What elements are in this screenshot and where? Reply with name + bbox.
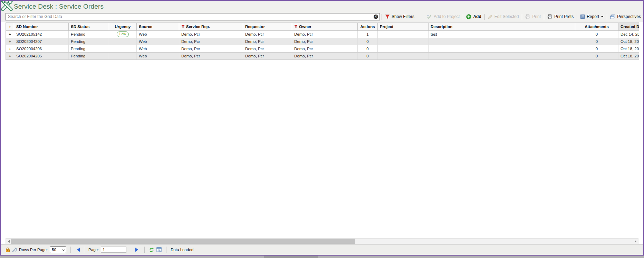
column-header-owner[interactable]: Owner [292,23,358,31]
row-expand-button[interactable]: + [6,53,14,60]
scrollbar-thumb[interactable] [11,239,355,244]
search-wrap: ✕ [6,13,380,20]
show-filters-button[interactable]: Show Filters [384,14,416,19]
cell-source: Web [137,31,179,38]
cell-source: Web [137,45,179,53]
cell-project [378,31,429,38]
report-button[interactable]: Report [579,14,605,19]
column-header-created_date[interactable]: Created Date [618,23,639,31]
cell-sd_number: SO202004207 [14,38,69,45]
cell-urgency [109,45,137,53]
status-bar: Rows Per Page: 50 Page: [1,244,643,255]
column-header-service_rep[interactable]: Service Rep. [179,23,243,31]
printer-icon [525,14,530,19]
toolbar-divider [484,14,485,20]
print-button[interactable]: Print [524,14,542,19]
title-bar: Service Desk : Service Orders [1,1,643,12]
column-header-requestor[interactable]: Requestor [243,23,292,31]
cell-requestor: Demo, Pcr [243,45,292,53]
toolbar-divider [382,14,382,20]
clear-icon[interactable]: ✕ [374,15,378,19]
search-input[interactable] [6,13,380,20]
page-input[interactable] [101,247,126,253]
service-orders-table: +SD NumberSD StatusUrgencySourceService … [6,22,639,60]
cell-requestor: Demo, Pcr [243,31,292,38]
row-expand-button[interactable]: + [6,45,14,53]
cell-created_date: Oct 18, 2019 [618,38,639,45]
table-row[interactable]: +SO202004207PendingWebDemo, PcrDemo, Pcr… [6,38,639,45]
toolbar-divider [544,14,544,20]
rows-per-page-select[interactable]: 50 [50,246,66,253]
table-row[interactable]: +SO202105142PendingLowWebDemo, PcrDemo, … [6,31,639,38]
toolbar-divider [577,14,577,20]
cell-description [429,45,575,53]
filter-funnel-icon [294,25,298,28]
toolbar-divider [463,14,463,20]
cell-created_date: Dec 14, 2021 [618,31,639,38]
cell-created_date: Oct 18, 2019 [618,53,639,60]
scroll-right-arrow-icon[interactable] [633,239,638,244]
add-to-project-button[interactable]: Add to Project [425,14,461,19]
cell-requestor: Demo, Pcr [243,53,292,60]
table-header-row: +SD NumberSD StatusUrgencySourceService … [6,23,639,31]
cell-sd_number: SO202004206 [14,45,69,53]
cell-actions: 0 [358,45,378,53]
cell-attachments: 0 [575,45,618,53]
refresh-icon[interactable] [149,247,154,252]
report-icon [580,14,585,19]
table-row[interactable]: +SO202004205PendingWebDemo, PcrDemo, Pcr… [6,53,639,60]
prev-page-button[interactable] [75,248,80,252]
column-header-expander[interactable]: + [6,23,14,31]
edit-selected-button[interactable]: Edit Selected [487,14,520,19]
plus-circle-icon [466,14,471,19]
row-expand-button[interactable]: + [6,31,14,38]
urgency-badge: Low [117,31,129,37]
row-expand-button[interactable]: + [6,38,14,45]
toolbar-divider [522,14,522,20]
cell-source: Web [137,38,179,45]
add-to-project-icon [427,14,432,19]
lock-icon[interactable] [6,247,10,252]
column-header-sd_status[interactable]: SD Status [69,23,109,31]
cell-attachments: 0 [575,31,618,38]
table-row[interactable]: +SO202004206PendingWebDemo, PcrDemo, Pcr… [6,45,639,53]
page-label: Page: [88,248,99,252]
rows-per-page-label: Rows Per Page: [19,248,48,252]
wrench-icon[interactable] [12,247,17,252]
cell-actions: 0 [358,53,378,60]
app-window: Service Desk : Service Orders ✕ Show Fil… [0,0,644,256]
column-header-project[interactable]: Project [378,23,429,31]
perspectives-button[interactable]: Perspectives [609,14,644,19]
grid-clip: +SD NumberSD StatusUrgencySourceService … [6,22,639,60]
cell-project [378,53,429,60]
column-header-attachments[interactable]: Attachments [575,23,618,31]
column-header-urgency[interactable]: Urgency [109,23,137,31]
cell-urgency [109,53,137,60]
column-header-description[interactable]: Description [429,23,575,31]
print-prefs-button[interactable]: Print Prefs [546,14,575,19]
cell-urgency: Low [109,31,137,38]
cell-service_rep: Demo, Pcr [179,31,243,38]
cell-sd_status: Pending [69,45,109,53]
column-header-actions[interactable]: Actions [358,23,378,31]
filter-funnel-icon [385,15,390,19]
grid-horizontal-scrollbar[interactable] [6,238,638,244]
browser-horizontal-scrollbar[interactable] [0,256,644,258]
column-header-source[interactable]: Source [137,23,179,31]
crossed-tools-icon [1,0,13,12]
scroll-left-arrow-icon[interactable] [6,239,11,244]
printer-icon [547,14,552,19]
toolbar-divider [607,14,607,20]
cell-sd_status: Pending [69,53,109,60]
cell-owner: Demo, Pcr [292,53,358,60]
cell-sd_status: Pending [69,38,109,45]
cell-description: test [429,31,575,38]
next-page-button[interactable] [135,248,140,252]
cell-requestor: Demo, Pcr [243,38,292,45]
export-grid-icon[interactable] [156,247,162,252]
browser-scrollbar-thumb[interactable] [264,256,318,258]
column-header-sd_number[interactable]: SD Number [14,23,69,31]
add-button[interactable]: Add [465,14,482,19]
chevron-down-icon [601,16,604,19]
perspectives-icon [610,15,615,19]
